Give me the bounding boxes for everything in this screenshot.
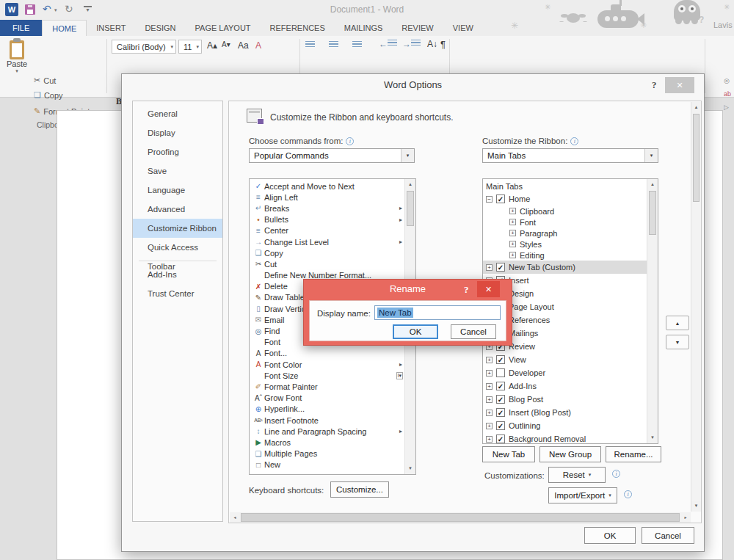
scroll-down-icon[interactable]: ▼ — [691, 501, 701, 512]
scrollbar-thumb[interactable] — [407, 191, 414, 226]
numbering-button[interactable] — [329, 40, 338, 51]
tree-scrollbar[interactable]: ▲ ▼ — [647, 179, 658, 443]
cancel-button[interactable]: Cancel — [642, 527, 694, 544]
shrink-font-button[interactable]: A▾ — [222, 40, 230, 48]
rename-cancel-button[interactable]: Cancel — [451, 324, 496, 339]
close-icon[interactable]: ✕ — [477, 281, 500, 297]
command-accept-and-move-to-next[interactable]: ✓Accept and Move to Next — [250, 181, 404, 192]
scrollbar-thumb[interactable] — [649, 191, 656, 235]
expand-icon[interactable]: + — [509, 219, 516, 225]
change-case-button[interactable]: Aa — [238, 40, 249, 51]
expand-icon[interactable]: + — [486, 396, 493, 403]
checkbox-insert-blog-post[interactable]: ✓ — [496, 408, 505, 417]
command-format-painter[interactable]: ✐Format Painter — [250, 381, 404, 392]
clear-formatting-button[interactable]: A — [255, 40, 261, 51]
command-grow-font[interactable]: AˆGrow Font — [250, 393, 404, 404]
checkbox-view[interactable]: ✓ — [496, 355, 505, 364]
bullets-button[interactable] — [305, 40, 315, 51]
choose-commands-dropdown[interactable]: Popular Commands ▾ — [249, 148, 415, 163]
reset-button[interactable]: Reset▾ — [548, 467, 606, 483]
move-down-button[interactable]: ▼ — [666, 335, 689, 349]
tab-view[interactable]: VIEW — [443, 20, 483, 36]
quick-access-customize-icon[interactable]: ▾ — [84, 6, 92, 13]
command-font[interactable]: AFont... — [250, 348, 404, 359]
select-icon[interactable]: ▷ — [724, 103, 734, 111]
expand-icon[interactable]: + — [509, 241, 516, 247]
undo-icon[interactable]: ↶ — [43, 3, 51, 15]
decrease-indent-button[interactable]: ← — [379, 39, 397, 49]
command-font-size[interactable]: Font SizeI▾ — [250, 370, 404, 381]
expand-icon[interactable]: + — [509, 230, 516, 236]
find-icon[interactable]: ◎ — [724, 77, 734, 84]
scroll-right-icon[interactable]: ▸ — [680, 512, 691, 523]
sidebar-item-customize-ribbon[interactable]: Customize Ribbon — [133, 219, 222, 238]
group-node-font[interactable]: +Font — [483, 217, 647, 228]
scroll-left-icon[interactable]: ◂ — [230, 512, 240, 523]
ok-button[interactable]: OK — [584, 527, 636, 544]
sidebar-item-general[interactable]: General — [133, 104, 222, 123]
sidebar-item-quick-access-toolbar[interactable]: Quick Access Toolbar — [133, 238, 222, 257]
tab-node-add-ins[interactable]: +✓Add-Ins — [483, 379, 647, 393]
save-icon[interactable] — [25, 4, 35, 15]
collapse-icon[interactable]: − — [486, 196, 493, 203]
expand-icon[interactable]: + — [486, 370, 493, 377]
keyboard-customize-button[interactable]: Customize... — [330, 481, 389, 498]
tab-node-view[interactable]: +✓View — [483, 353, 647, 366]
command-cut[interactable]: ✂Cut — [250, 258, 404, 269]
expand-icon[interactable]: + — [486, 423, 493, 429]
expand-icon[interactable]: + — [486, 410, 493, 416]
expand-icon[interactable]: + — [509, 252, 516, 258]
command-font-color[interactable]: AFont Color▸ — [250, 359, 404, 370]
command-change-list-level[interactable]: →Change List Level▸ — [250, 236, 404, 247]
group-node-clipboard[interactable]: +Clipboard — [483, 206, 647, 217]
checkbox-home[interactable]: ✓ — [496, 194, 505, 203]
scrollbar-thumb[interactable] — [693, 114, 700, 202]
expand-icon[interactable]: + — [486, 357, 493, 363]
expand-icon[interactable]: + — [486, 264, 493, 271]
checkbox-outlining[interactable]: ✓ — [496, 421, 505, 430]
tab-file[interactable]: FILE — [0, 20, 42, 36]
paste-button[interactable]: Paste ▾ — [3, 39, 31, 84]
sidebar-item-save[interactable]: Save — [133, 161, 222, 181]
undo-dropdown-icon[interactable]: ▾ — [54, 7, 57, 13]
command-align-left[interactable]: ≡Align Left — [250, 192, 404, 203]
checkbox-background-removal[interactable]: ✓ — [496, 434, 505, 443]
tab-design[interactable]: DESIGN — [135, 20, 185, 36]
scroll-up-icon[interactable]: ▲ — [691, 102, 701, 113]
tab-references[interactable]: REFERENCES — [261, 20, 335, 36]
move-up-button[interactable]: ▲ — [666, 316, 689, 330]
display-name-input[interactable]: New Tab — [374, 305, 501, 320]
command-bullets[interactable]: •Bullets▸ — [250, 214, 404, 225]
redo-icon[interactable]: ↻ — [65, 3, 73, 15]
group-node-styles[interactable]: +Styles — [483, 239, 647, 250]
tab-node-insert-blog-post[interactable]: +✓Insert (Blog Post) — [483, 406, 647, 419]
show-hide-pilcrow-button[interactable]: ¶ — [440, 39, 446, 50]
panel-vertical-scrollbar[interactable]: ▲ ▼ — [691, 102, 701, 512]
tab-home[interactable]: HOME — [42, 20, 87, 36]
sidebar-item-proofing[interactable]: Proofing — [133, 142, 222, 161]
scroll-up-icon[interactable]: ▲ — [405, 179, 415, 190]
checkbox-developer[interactable] — [496, 368, 505, 377]
panel-horizontal-scrollbar[interactable]: ◂ ▸ — [230, 512, 691, 523]
command-breaks[interactable]: ↵Breaks▸ — [250, 203, 404, 214]
command-macros[interactable]: ▶Macros — [250, 437, 404, 448]
tab-node-background-removal[interactable]: +✓Background Removal — [483, 432, 647, 443]
rename-ok-button[interactable]: OK — [393, 324, 438, 339]
help-icon[interactable]: ? — [464, 284, 469, 296]
increase-indent-button[interactable]: → — [402, 39, 421, 49]
sidebar-item-trust-center[interactable]: Trust Center — [133, 284, 222, 303]
tab-node-home[interactable]: −✓Home — [483, 192, 647, 206]
tab-insert[interactable]: INSERT — [87, 20, 135, 36]
expand-icon[interactable]: + — [509, 208, 516, 214]
group-node-paragraph[interactable]: +Paragraph — [483, 228, 647, 239]
command-line-and-paragraph-spacing[interactable]: ↕Line and Paragraph Spacing▸ — [250, 426, 404, 437]
command-multiple-pages[interactable]: ❏Multiple Pages — [250, 448, 404, 459]
sidebar-item-add-ins[interactable]: Add-Ins — [133, 265, 222, 284]
help-icon[interactable]: ? — [652, 79, 657, 91]
checkbox-blog-post[interactable]: ✓ — [496, 395, 505, 404]
scroll-down-icon[interactable]: ▼ — [405, 463, 415, 474]
expand-icon[interactable]: + — [486, 436, 493, 443]
paste-dropdown-icon[interactable]: ▾ — [3, 68, 31, 74]
tab-mailings[interactable]: MAILINGS — [335, 20, 393, 36]
replace-icon[interactable]: ab — [724, 90, 734, 98]
